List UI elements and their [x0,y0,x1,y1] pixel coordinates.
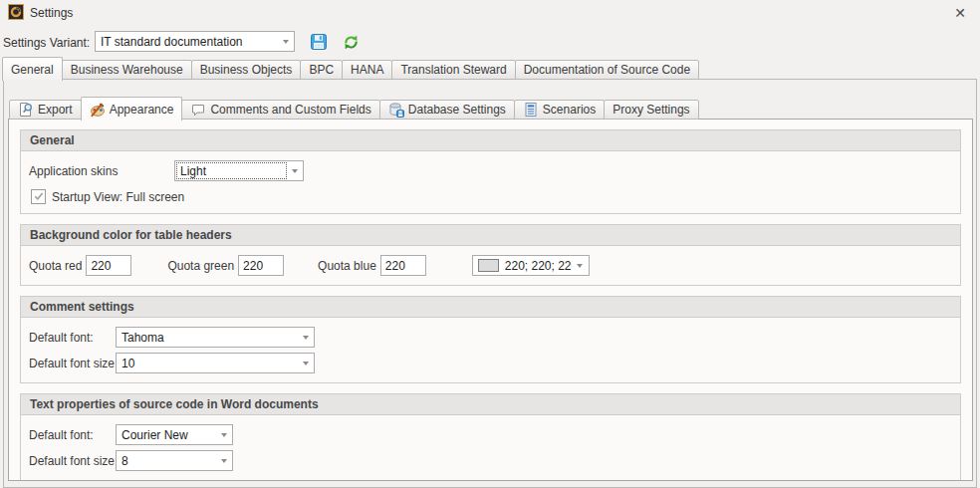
tab-hana[interactable]: HANA [342,60,392,80]
group-comment-settings: Comment settings Default font: Tahoma De… [20,296,961,383]
comment-default-font-label: Default font: [29,331,116,345]
startup-fullscreen-label: Startup View: Full screen [52,190,184,204]
comment-default-font-value: Tahoma [117,331,297,345]
quota-green-input[interactable] [238,255,284,276]
group-background-color: Background color for table headers Quota… [20,224,961,286]
chevron-down-icon[interactable] [286,161,303,180]
comment-default-font-size-value: 10 [117,357,297,370]
tab-translation-steward[interactable]: Translation Steward [391,60,515,80]
source-default-font-value: Courier New [117,428,215,442]
tab-documentation-of-source-code[interactable]: Documentation of Source Code [515,60,699,80]
settings-sub-tab-bar: Export Appearance Comments and Custom Fi… [9,96,698,120]
export-icon [18,102,34,118]
comments-icon [190,102,206,118]
tab-export[interactable]: Export [9,100,82,120]
settings-variant-combobox[interactable]: IT standard documentation [95,31,295,52]
header-color-combobox[interactable]: 220; 220; 220 [472,255,590,276]
tab-appearance[interactable]: Appearance [81,97,183,121]
tab-proxy-settings[interactable]: Proxy Settings [604,100,698,120]
group-background-color-header: Background color for table headers [21,225,960,246]
settings-variant-value: IT standard documentation [96,35,277,49]
tab-general[interactable]: General [2,57,63,81]
tab-comments-and-custom-fields[interactable]: Comments and Custom Fields [181,100,379,120]
application-skins-combobox[interactable]: Light [174,160,304,181]
refresh-icon [343,34,360,51]
comment-default-font-combobox[interactable]: Tahoma [116,327,315,348]
header-color-value: 220; 220; 220 [505,259,572,273]
startup-fullscreen-checkbox[interactable] [31,189,46,204]
window-title: Settings [30,6,73,20]
chevron-down-icon[interactable] [215,451,232,470]
tab-bpc[interactable]: BPC [300,60,343,80]
quota-blue-label: Quota blue [318,259,376,273]
quota-red-label: Quota red [29,259,82,273]
chevron-down-icon[interactable] [297,354,314,372]
source-default-font-combobox[interactable]: Courier New [116,424,233,445]
group-general-header: General [21,130,960,151]
quota-blue-input[interactable] [380,255,426,276]
chevron-down-icon[interactable] [297,328,314,347]
tab-database-settings[interactable]: Database Settings [379,100,515,120]
quota-green-label: Quota green [167,259,234,273]
group-source-code-text: Text properties of source code in Word d… [20,393,961,481]
tab-business-objects[interactable]: Business Objects [191,60,302,80]
application-skins-value: Light [175,164,286,178]
chevron-down-icon[interactable] [277,32,294,51]
save-icon [310,33,328,51]
source-default-font-size-combobox[interactable]: 8 [116,450,233,471]
source-default-font-size-label: Default font size: [29,454,116,468]
save-button[interactable] [308,31,330,53]
group-general: General Application skins Light Startup … [20,129,961,214]
appearance-tab-page: General Application skins Light Startup … [8,119,973,481]
chevron-down-icon[interactable] [215,425,232,444]
comment-default-font-size-label: Default font size: [29,357,116,370]
source-default-font-size-value: 8 [117,454,215,468]
chevron-down-icon[interactable] [572,256,589,275]
appearance-icon [90,102,106,118]
title-bar: Settings ✕ [0,0,980,26]
tab-business-warehouse[interactable]: Business Warehouse [62,60,192,80]
tab-scenarios[interactable]: Scenarios [514,100,605,120]
app-icon [8,4,24,20]
group-source-code-text-header: Text properties of source code in Word d… [21,394,960,415]
settings-variant-label: Settings Variant: [3,36,90,50]
check-icon [34,192,44,201]
database-icon [388,102,404,118]
quota-red-input[interactable] [86,255,131,276]
close-button[interactable]: ✕ [950,3,970,23]
main-tab-bar: General Business Warehouse Business Obje… [2,56,698,80]
group-comment-settings-header: Comment settings [21,297,960,318]
comment-default-font-size-combobox[interactable]: 10 [116,353,315,373]
color-swatch [478,259,499,272]
application-skins-label: Application skins [29,164,174,178]
refresh-button[interactable] [340,31,362,53]
scenarios-icon [523,102,539,118]
source-default-font-label: Default font: [29,428,116,442]
